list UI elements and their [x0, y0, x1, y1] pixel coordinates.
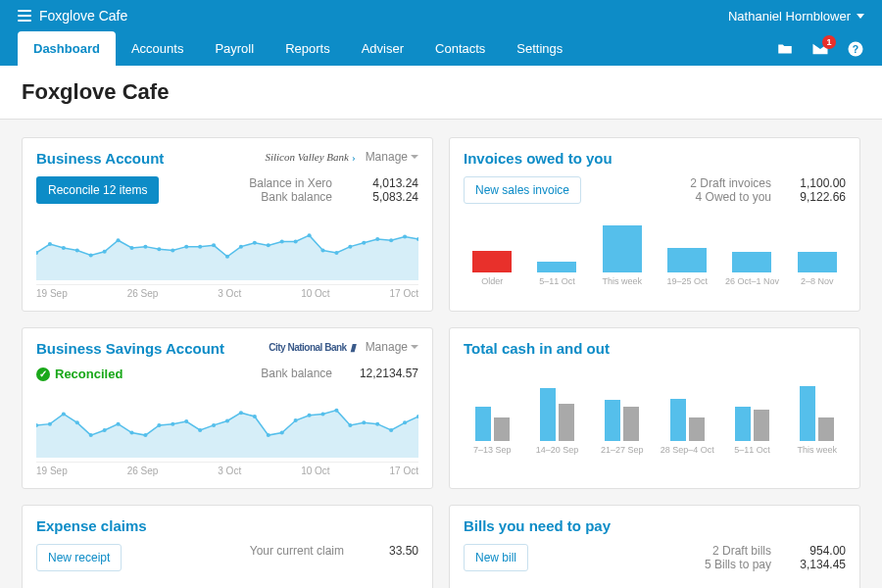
svg-point-58 — [403, 420, 407, 424]
balances: Balance in Xero4,013.24 Bank balance5,08… — [249, 176, 418, 204]
menu-icon — [18, 10, 31, 22]
svg-point-20 — [280, 240, 284, 244]
svg-point-12 — [171, 248, 174, 252]
chevron-down-icon — [411, 345, 418, 349]
svg-point-18 — [253, 241, 257, 245]
draft-invoices-value: 1,100.00 — [787, 176, 846, 190]
owed-value: 9,122.66 — [787, 190, 846, 204]
invoices-bar-chart: Older5–11 OctThis week19–25 Oct26 Oct–1 … — [464, 212, 846, 286]
svg-point-52 — [320, 412, 324, 416]
card-title-link[interactable]: Bills you need to pay — [464, 517, 611, 534]
manage-button[interactable]: Manage — [366, 150, 418, 164]
card-savings-account: Business Savings Account City National B… — [22, 327, 433, 489]
card-title-link[interactable]: Business Savings Account — [36, 340, 224, 357]
savings-sparkline-chart — [36, 389, 418, 458]
svg-point-11 — [157, 247, 161, 251]
invoice-stats: 2 Draft invoices1,100.00 4 Owed to you9,… — [690, 176, 846, 204]
mail-icon[interactable]: 1 — [811, 40, 829, 58]
svg-point-37 — [117, 422, 121, 426]
svg-point-8 — [117, 238, 121, 242]
svg-point-54 — [348, 423, 352, 427]
card-cash-in-out: Total cash in and out 7–13 Sep14–20 Sep2… — [449, 327, 860, 489]
card-title-link[interactable]: Expense claims — [36, 517, 147, 534]
tab-payroll[interactable]: Payroll — [199, 31, 270, 66]
new-sales-invoice-button[interactable]: New sales invoice — [464, 176, 581, 204]
help-icon[interactable]: ? — [847, 40, 864, 58]
draft-bills-value: 954.00 — [787, 544, 846, 558]
svg-point-33 — [62, 412, 66, 416]
card-bills-to-pay: Bills you need to pay New bill 2 Draft b… — [449, 505, 860, 588]
svg-point-44 — [212, 423, 216, 427]
svg-point-47 — [253, 415, 257, 418]
card-title-link[interactable]: Invoices owed to you — [464, 150, 612, 167]
card-title-link[interactable]: Business Account — [36, 150, 164, 167]
svg-point-7 — [103, 250, 107, 254]
svg-point-16 — [225, 255, 229, 259]
svg-point-49 — [280, 431, 284, 435]
tab-accounts[interactable]: Accounts — [116, 31, 199, 66]
check-icon — [36, 368, 50, 381]
draft-invoices-label: 2 Draft invoices — [690, 176, 771, 190]
svg-point-38 — [129, 431, 133, 435]
card-invoices-owed: Invoices owed to you New sales invoice 2… — [449, 137, 860, 312]
org-switcher[interactable]: Foxglove Cafe — [18, 8, 127, 24]
current-claim-value: 33.50 — [360, 544, 418, 558]
svg-point-36 — [103, 428, 107, 432]
top-navigation: Foxglove Cafe Nathaniel Hornblower Dashb… — [0, 0, 882, 66]
user-menu[interactable]: Nathaniel Hornblower — [728, 9, 864, 24]
svg-point-57 — [389, 428, 393, 432]
chevron-down-icon — [857, 14, 864, 19]
svg-point-35 — [89, 433, 93, 437]
svg-point-53 — [334, 409, 338, 413]
svg-point-27 — [375, 237, 379, 241]
bank-balance-value: 12,2134.57 — [350, 367, 418, 380]
svg-point-13 — [184, 245, 188, 249]
svg-point-19 — [267, 243, 270, 247]
chart-x-axis: 19 Sep 26 Sep 3 Oct 10 Oct 17 Oct — [36, 284, 418, 299]
svg-point-40 — [157, 423, 161, 427]
svg-point-43 — [198, 428, 202, 432]
dashboard-grid: Business Account Silicon Valley Bank› Ma… — [0, 120, 882, 588]
svg-point-24 — [334, 251, 338, 255]
bill-stats: 2 Draft bills954.00 5 Bills to pay3,134.… — [705, 544, 846, 571]
svg-point-48 — [267, 433, 270, 437]
tab-dashboard[interactable]: Dashboard — [18, 31, 116, 66]
bills-to-pay-value: 3,134.45 — [787, 558, 846, 571]
folder-icon[interactable] — [776, 40, 794, 58]
svg-point-25 — [348, 245, 352, 249]
tab-contacts[interactable]: Contacts — [419, 31, 501, 66]
current-claim-label: Your current claim — [250, 544, 344, 558]
manage-button[interactable]: Manage — [366, 340, 418, 354]
card-title-link[interactable]: Total cash in and out — [464, 340, 610, 357]
svg-point-4 — [62, 246, 66, 250]
bank-logo: Silicon Valley Bank› — [265, 151, 355, 163]
svg-point-29 — [403, 234, 407, 238]
svg-point-22 — [308, 233, 312, 237]
svg-point-26 — [362, 241, 366, 245]
svg-point-21 — [294, 240, 298, 244]
svg-point-5 — [75, 248, 79, 252]
reconcile-button[interactable]: Reconcile 12 items — [36, 176, 159, 204]
owed-label: 4 Owed to you — [696, 190, 771, 204]
svg-point-9 — [129, 246, 133, 250]
chevron-down-icon — [411, 155, 418, 159]
bank-logo: City National Bank▮ — [269, 341, 355, 354]
cashflow-bar-chart: 7–13 Sep14–20 Sep21–27 Sep28 Sep–4 Oct5–… — [464, 367, 846, 455]
tab-settings[interactable]: Settings — [501, 31, 578, 66]
page-title-bar: Foxglove Cafe — [0, 66, 882, 120]
tab-reports[interactable]: Reports — [270, 31, 346, 66]
svg-point-32 — [48, 422, 52, 426]
page-title: Foxglove Cafe — [22, 79, 860, 105]
bank-balance-label: Bank balance — [261, 190, 332, 204]
reconciled-status: Reconciled — [36, 367, 122, 381]
balance-xero-label: Balance in Xero — [249, 176, 332, 190]
user-name-label: Nathaniel Hornblower — [728, 9, 851, 24]
tab-adviser[interactable]: Adviser — [346, 31, 419, 66]
account-sparkline-chart — [36, 212, 418, 280]
svg-point-10 — [143, 245, 147, 249]
new-receipt-button[interactable]: New receipt — [36, 544, 122, 571]
draft-bills-label: 2 Draft bills — [712, 544, 771, 558]
bills-to-pay-label: 5 Bills to pay — [705, 558, 771, 571]
primary-tabs: Dashboard Accounts Payroll Reports Advis… — [18, 31, 578, 66]
new-bill-button[interactable]: New bill — [464, 544, 528, 571]
